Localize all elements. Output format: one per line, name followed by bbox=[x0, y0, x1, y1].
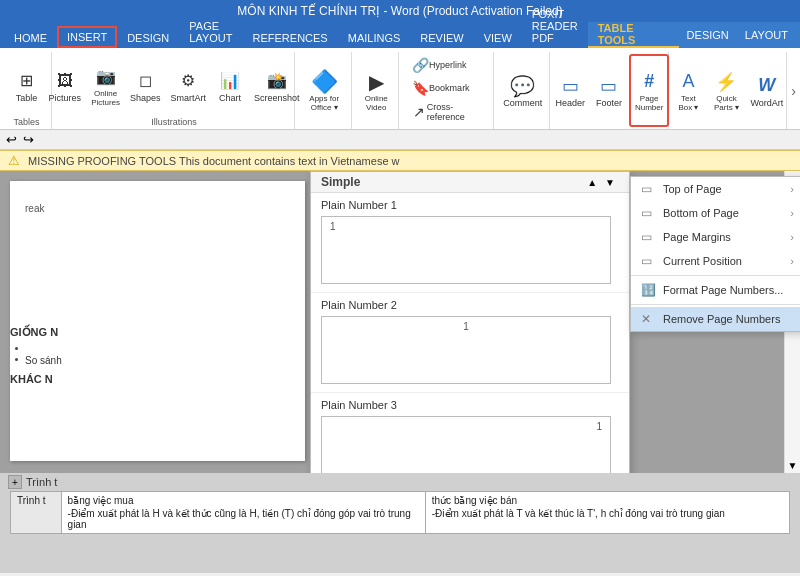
group-apps: 🔷 Apps forOffice ▾ bbox=[297, 52, 352, 129]
bottom-page-icon: ▭ bbox=[641, 206, 657, 220]
btn-online-pictures[interactable]: 📷 OnlinePictures bbox=[87, 54, 124, 117]
notification-bar: ⚠ MISSING PROOFING TOOLS This document c… bbox=[0, 150, 800, 171]
btn-cross-reference[interactable]: ↗ Cross-reference bbox=[407, 100, 487, 124]
tab-design[interactable]: DESIGN bbox=[117, 28, 179, 48]
submenu-divider-1 bbox=[631, 275, 800, 276]
tab-view[interactable]: VIEW bbox=[474, 28, 522, 48]
tab-page-layout[interactable]: PAGE LAYOUT bbox=[179, 16, 242, 48]
notif-text: MISSING PROOFING TOOLS This document con… bbox=[28, 155, 400, 167]
table-icon: ⊞ bbox=[15, 69, 39, 93]
tab-foxit[interactable]: FOXIT READER PDF bbox=[522, 4, 588, 48]
online-pictures-icon: 📷 bbox=[94, 65, 118, 89]
ribbon-overflow-btn[interactable]: › bbox=[789, 52, 798, 129]
giongnhau-item1 bbox=[28, 343, 58, 354]
submenu-page-margins-label: Page Margins bbox=[663, 231, 731, 243]
comment-icon: 💬 bbox=[511, 74, 535, 98]
dropdown-scroll-down[interactable]: ▼ bbox=[601, 177, 619, 188]
bottom-page-arrow: › bbox=[790, 207, 794, 219]
plain-number-1-label: Plain Number 1 bbox=[321, 199, 397, 211]
btn-smartart[interactable]: ⚙ SmartArt bbox=[167, 54, 211, 117]
doc-text-break: reak bbox=[25, 201, 290, 217]
btn-hyperlink[interactable]: 🔗 Hyperlink bbox=[407, 54, 487, 76]
btn-apps-office[interactable]: 🔷 Apps forOffice ▾ bbox=[305, 54, 343, 127]
submenu-remove-page-numbers[interactable]: ✕ Remove Page Numbers bbox=[631, 307, 800, 331]
tab-review[interactable]: REVIEW bbox=[410, 28, 473, 48]
plain-number-1-preview: 1 bbox=[321, 216, 611, 284]
bookmark-icon: 🔖 bbox=[411, 79, 429, 97]
redo-btn[interactable]: ↪ bbox=[23, 132, 34, 147]
bottom-area: + Trình t Trình t bằng việc mua -Điểm xu… bbox=[0, 473, 800, 573]
wordart-icon: W bbox=[755, 74, 779, 98]
group-media: ▶ OnlineVideo bbox=[354, 52, 399, 129]
add-row-btn[interactable]: + bbox=[8, 475, 22, 489]
page-margins-arrow: › bbox=[790, 231, 794, 243]
btn-table[interactable]: ⊞ Table bbox=[9, 54, 45, 117]
btn-shapes[interactable]: ◻ Shapes bbox=[126, 54, 165, 117]
textbox-icon: A bbox=[676, 70, 700, 94]
doc-text-socanh: So sánh bbox=[25, 353, 290, 369]
plain-number-3-preview: 1 bbox=[321, 416, 611, 473]
btn-bookmark[interactable]: 🔖 Bookmark bbox=[407, 77, 487, 99]
undo-btn[interactable]: ↩ bbox=[6, 132, 17, 147]
submenu-current-position-label: Current Position bbox=[663, 255, 742, 267]
btn-chart[interactable]: 📊 Chart bbox=[212, 54, 248, 117]
table-label-cell: Trình t bbox=[11, 492, 62, 534]
group-tables-label: Tables bbox=[13, 117, 39, 129]
submenu-bottom-of-page[interactable]: ▭ Bottom of Page › bbox=[631, 201, 800, 225]
page-number-submenu: ▭ Top of Page › ▭ Bottom of Page › ▭ Pag… bbox=[630, 176, 800, 332]
dropdown-header-text: Simple bbox=[321, 175, 583, 189]
btn-footer[interactable]: ▭ Footer bbox=[591, 54, 627, 127]
btn-textbox[interactable]: A TextBox ▾ bbox=[670, 54, 706, 127]
screenshot-icon: 📸 bbox=[265, 69, 289, 93]
giongnhau-label: GIỐNG N bbox=[10, 326, 58, 339]
plain-number-1-item[interactable]: Plain Number 1 1 bbox=[311, 193, 629, 293]
plain-number-2-item[interactable]: Plain Number 2 1 bbox=[311, 293, 629, 393]
group-text: A TextBox ▾ ⚡ QuickParts ▾ W WordArt bbox=[671, 52, 787, 129]
submenu-divider-2 bbox=[631, 304, 800, 305]
tab-insert[interactable]: INSERT bbox=[57, 26, 117, 48]
header-icon: ▭ bbox=[558, 74, 582, 98]
current-position-arrow: › bbox=[790, 255, 794, 267]
add-row-bar: + Trình t bbox=[0, 473, 800, 491]
smartart-icon: ⚙ bbox=[176, 69, 200, 93]
submenu-format-page-numbers[interactable]: 🔢 Format Page Numbers... bbox=[631, 278, 800, 302]
btn-screenshot[interactable]: 📸 Screenshot bbox=[250, 54, 304, 117]
table-row: Trình t bằng việc mua -Điểm xuất phát là… bbox=[11, 492, 790, 534]
plain-number-2-preview: 1 bbox=[321, 316, 611, 384]
page-number-dropdown: Simple ▲ ▼ Plain Number 1 1 Plain Number… bbox=[310, 171, 630, 473]
btn-page-number[interactable]: # PageNumber bbox=[629, 54, 669, 127]
btn-online-video[interactable]: ▶ OnlineVideo bbox=[358, 54, 394, 127]
document-area: reak So sánh Simple ▲ ▼ Plain Number 1 1… bbox=[0, 171, 800, 473]
scroll-down-btn[interactable]: ▼ bbox=[786, 458, 800, 473]
plain-number-2-label: Plain Number 2 bbox=[321, 299, 397, 311]
submenu-page-margins[interactable]: ▭ Page Margins › bbox=[631, 225, 800, 249]
btn-quick-parts[interactable]: ⚡ QuickParts ▾ bbox=[708, 54, 744, 127]
current-position-icon: ▭ bbox=[641, 254, 657, 268]
remove-page-numbers-icon: ✕ bbox=[641, 312, 657, 326]
shapes-icon: ◻ bbox=[133, 69, 157, 93]
page-margins-icon: ▭ bbox=[641, 230, 657, 244]
tab-home[interactable]: HOME bbox=[4, 28, 57, 48]
btn-pictures[interactable]: 🖼 Pictures bbox=[45, 54, 86, 117]
plain-number-3-item[interactable]: Plain Number 3 1 bbox=[311, 393, 629, 473]
table-col2-cell: thức bằng việc bán -Điểm xuất phát là T … bbox=[425, 492, 789, 534]
group-illustrations: 🖼 Pictures 📷 OnlinePictures ◻ Shapes ⚙ S… bbox=[54, 52, 295, 129]
btn-header[interactable]: ▭ Header bbox=[551, 54, 589, 127]
submenu-remove-page-numbers-label: Remove Page Numbers bbox=[663, 313, 780, 325]
submenu-top-of-page[interactable]: ▭ Top of Page › bbox=[631, 177, 800, 201]
video-icon: ▶ bbox=[364, 70, 388, 94]
notif-icon: ⚠ bbox=[8, 153, 20, 168]
tab-mailings[interactable]: MAILINGS bbox=[338, 28, 411, 48]
tab-references[interactable]: REFERENCES bbox=[243, 28, 338, 48]
ribbon: ⊞ Table Tables 🖼 Pictures 📷 OnlinePictur… bbox=[0, 48, 800, 130]
footer-icon: ▭ bbox=[597, 74, 621, 98]
submenu-current-position[interactable]: ▭ Current Position › bbox=[631, 249, 800, 273]
btn-wordart[interactable]: W WordArt bbox=[746, 54, 787, 127]
btn-comment[interactable]: 💬 Comment bbox=[499, 54, 546, 127]
dropdown-scroll-up[interactable]: ▲ bbox=[583, 177, 601, 188]
group-illustrations-label: Illustrations bbox=[151, 117, 197, 129]
submenu-top-page-label: Top of Page bbox=[663, 183, 722, 195]
quick-parts-icon: ⚡ bbox=[714, 70, 738, 94]
tab-tt-design[interactable]: DESIGN bbox=[679, 22, 737, 48]
tab-tt-layout[interactable]: LAYOUT bbox=[737, 22, 796, 48]
